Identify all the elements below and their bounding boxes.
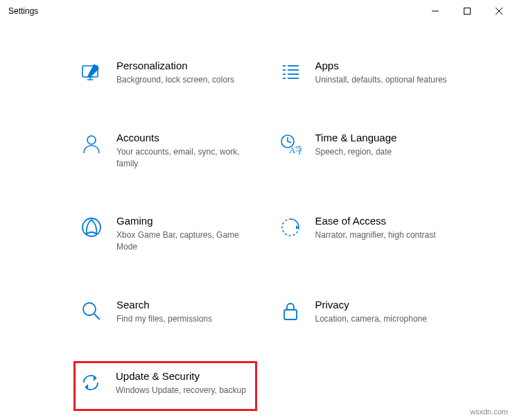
- time-language-icon: A字: [278, 132, 303, 157]
- category-apps[interactable]: Apps Uninstall, defaults, optional featu…: [275, 57, 453, 89]
- category-title: Time & Language: [315, 132, 451, 143]
- svg-point-15: [83, 303, 96, 315]
- category-title: Ease of Access: [315, 215, 451, 227]
- category-desc: Location, camera, microphone: [315, 313, 451, 325]
- category-title: Apps: [315, 60, 451, 71]
- privacy-icon: [278, 299, 303, 324]
- category-desc: Xbox Game Bar, captures, Game Mode: [116, 229, 252, 253]
- category-privacy[interactable]: Privacy Location, camera, microphone: [275, 296, 453, 328]
- category-accounts[interactable]: Accounts Your accounts, email, sync, wor…: [76, 129, 254, 173]
- category-update-security[interactable]: Update & Security Windows Update, recove…: [73, 361, 257, 411]
- window-controls: [419, 0, 515, 22]
- category-ease-of-access[interactable]: Ease of Access Narrator, magnifier, high…: [275, 212, 453, 256]
- search-icon: [79, 299, 104, 324]
- personalization-icon: [79, 60, 104, 85]
- minimize-button[interactable]: [419, 0, 451, 22]
- settings-categories: Personalization Background, lock screen,…: [0, 22, 515, 399]
- accounts-icon: [79, 132, 104, 157]
- window-title: Settings: [8, 6, 38, 16]
- titlebar: Settings: [0, 0, 515, 22]
- category-desc: Your accounts, email, sync, work, family: [116, 146, 252, 170]
- maximize-button[interactable]: [451, 0, 483, 22]
- ease-of-access-icon: [278, 215, 303, 240]
- category-title: Update & Security: [116, 370, 252, 382]
- category-personalization[interactable]: Personalization Background, lock screen,…: [76, 57, 254, 89]
- category-desc: Windows Update, recovery, backup: [116, 385, 252, 396]
- svg-rect-0: [464, 8, 471, 15]
- category-desc: Speech, region, date: [315, 146, 451, 158]
- category-desc: Find my files, permissions: [116, 313, 252, 325]
- apps-icon: [278, 60, 303, 85]
- category-gaming[interactable]: Gaming Xbox Game Bar, captures, Game Mod…: [76, 212, 254, 256]
- category-title: Privacy: [315, 299, 451, 310]
- category-time-language[interactable]: A字 Time & Language Speech, region, date: [275, 129, 453, 173]
- category-desc: Background, lock screen, colors: [116, 74, 252, 86]
- category-desc: Narrator, magnifier, high contrast: [315, 229, 451, 241]
- category-search[interactable]: Search Find my files, permissions: [76, 296, 254, 328]
- category-desc: Uninstall, defaults, optional features: [315, 74, 451, 86]
- update-security-icon: [78, 370, 103, 395]
- svg-rect-16: [284, 310, 297, 320]
- svg-point-13: [82, 218, 101, 236]
- category-title: Gaming: [116, 215, 252, 227]
- category-title: Accounts: [116, 132, 252, 143]
- gaming-icon: [79, 215, 104, 240]
- close-button[interactable]: [483, 0, 515, 22]
- svg-point-10: [87, 136, 96, 144]
- category-title: Personalization: [116, 60, 252, 71]
- category-title: Search: [116, 299, 252, 310]
- watermark: wsxdn.com: [470, 408, 508, 416]
- svg-text:A字: A字: [289, 145, 302, 155]
